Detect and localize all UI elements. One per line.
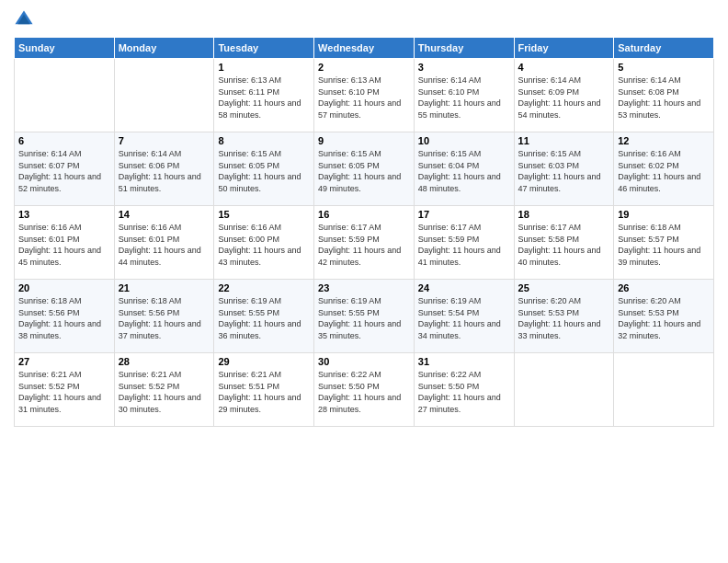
calendar-week-row: 27Sunrise: 6:21 AM Sunset: 5:52 PM Dayli… bbox=[15, 353, 714, 427]
cell-info: Sunrise: 6:18 AM Sunset: 5:56 PM Dayligh… bbox=[18, 295, 110, 341]
weekday-header: Tuesday bbox=[214, 38, 314, 59]
cell-info: Sunrise: 6:14 AM Sunset: 6:08 PM Dayligh… bbox=[618, 75, 710, 121]
calendar-week-row: 1Sunrise: 6:13 AM Sunset: 6:11 PM Daylig… bbox=[15, 59, 714, 132]
day-number: 18 bbox=[518, 209, 610, 220]
day-number: 10 bbox=[418, 135, 510, 146]
calendar-cell: 29Sunrise: 6:21 AM Sunset: 5:51 PM Dayli… bbox=[214, 353, 314, 427]
logo-icon bbox=[14, 9, 34, 29]
calendar-cell: 9Sunrise: 6:15 AM Sunset: 6:05 PM Daylig… bbox=[314, 132, 415, 206]
day-number: 30 bbox=[318, 356, 410, 367]
calendar-cell: 24Sunrise: 6:19 AM Sunset: 5:54 PM Dayli… bbox=[414, 280, 514, 353]
cell-info: Sunrise: 6:21 AM Sunset: 5:52 PM Dayligh… bbox=[18, 369, 110, 415]
day-number: 8 bbox=[218, 135, 310, 146]
calendar-cell: 22Sunrise: 6:19 AM Sunset: 5:55 PM Dayli… bbox=[214, 280, 314, 353]
calendar-week-row: 13Sunrise: 6:16 AM Sunset: 6:01 PM Dayli… bbox=[15, 206, 714, 280]
cell-info: Sunrise: 6:15 AM Sunset: 6:05 PM Dayligh… bbox=[218, 148, 310, 194]
calendar-week-row: 20Sunrise: 6:18 AM Sunset: 5:56 PM Dayli… bbox=[15, 280, 714, 353]
calendar-cell: 26Sunrise: 6:20 AM Sunset: 5:53 PM Dayli… bbox=[614, 280, 714, 353]
day-number: 22 bbox=[218, 282, 310, 293]
cell-info: Sunrise: 6:13 AM Sunset: 6:11 PM Dayligh… bbox=[218, 75, 310, 121]
day-number: 11 bbox=[518, 135, 610, 146]
cell-info: Sunrise: 6:21 AM Sunset: 5:52 PM Dayligh… bbox=[119, 369, 210, 415]
day-number: 4 bbox=[518, 62, 610, 73]
day-number: 13 bbox=[18, 209, 110, 220]
day-number: 21 bbox=[119, 282, 210, 293]
day-number: 16 bbox=[318, 209, 410, 220]
cell-info: Sunrise: 6:19 AM Sunset: 5:54 PM Dayligh… bbox=[418, 295, 510, 341]
cell-info: Sunrise: 6:15 AM Sunset: 6:03 PM Dayligh… bbox=[518, 148, 610, 194]
cell-info: Sunrise: 6:18 AM Sunset: 5:57 PM Dayligh… bbox=[618, 222, 710, 268]
calendar-cell: 31Sunrise: 6:22 AM Sunset: 5:50 PM Dayli… bbox=[414, 353, 514, 427]
weekday-header: Saturday bbox=[614, 38, 714, 59]
day-number: 12 bbox=[618, 135, 710, 146]
day-number: 27 bbox=[18, 356, 110, 367]
cell-info: Sunrise: 6:21 AM Sunset: 5:51 PM Dayligh… bbox=[218, 369, 310, 415]
cell-info: Sunrise: 6:14 AM Sunset: 6:10 PM Dayligh… bbox=[418, 75, 510, 121]
calendar-cell: 8Sunrise: 6:15 AM Sunset: 6:05 PM Daylig… bbox=[214, 132, 314, 206]
calendar-cell: 12Sunrise: 6:16 AM Sunset: 6:02 PM Dayli… bbox=[614, 132, 714, 206]
cell-info: Sunrise: 6:17 AM Sunset: 5:58 PM Dayligh… bbox=[518, 222, 610, 268]
day-number: 3 bbox=[418, 62, 510, 73]
calendar-cell: 5Sunrise: 6:14 AM Sunset: 6:08 PM Daylig… bbox=[614, 59, 714, 132]
cell-info: Sunrise: 6:17 AM Sunset: 5:59 PM Dayligh… bbox=[418, 222, 510, 268]
calendar-cell: 10Sunrise: 6:15 AM Sunset: 6:04 PM Dayli… bbox=[414, 132, 514, 206]
calendar-cell: 15Sunrise: 6:16 AM Sunset: 6:00 PM Dayli… bbox=[214, 206, 314, 280]
cell-info: Sunrise: 6:17 AM Sunset: 5:59 PM Dayligh… bbox=[318, 222, 410, 268]
calendar-cell bbox=[114, 59, 214, 132]
day-number: 20 bbox=[18, 282, 110, 293]
cell-info: Sunrise: 6:14 AM Sunset: 6:07 PM Dayligh… bbox=[18, 148, 110, 194]
day-number: 17 bbox=[418, 209, 510, 220]
cell-info: Sunrise: 6:15 AM Sunset: 6:04 PM Dayligh… bbox=[418, 148, 510, 194]
calendar-cell: 28Sunrise: 6:21 AM Sunset: 5:52 PM Dayli… bbox=[114, 353, 214, 427]
day-number: 23 bbox=[318, 282, 410, 293]
calendar-cell bbox=[614, 353, 714, 427]
calendar-cell: 11Sunrise: 6:15 AM Sunset: 6:03 PM Dayli… bbox=[514, 132, 614, 206]
day-number: 2 bbox=[318, 62, 410, 73]
calendar-cell: 18Sunrise: 6:17 AM Sunset: 5:58 PM Dayli… bbox=[514, 206, 614, 280]
calendar-cell: 21Sunrise: 6:18 AM Sunset: 5:56 PM Dayli… bbox=[114, 280, 214, 353]
calendar-cell: 2Sunrise: 6:13 AM Sunset: 6:10 PM Daylig… bbox=[314, 59, 415, 132]
day-number: 14 bbox=[119, 209, 210, 220]
calendar-cell: 16Sunrise: 6:17 AM Sunset: 5:59 PM Dayli… bbox=[314, 206, 415, 280]
weekday-header: Thursday bbox=[414, 38, 514, 59]
calendar-cell: 19Sunrise: 6:18 AM Sunset: 5:57 PM Dayli… bbox=[614, 206, 714, 280]
calendar-cell: 4Sunrise: 6:14 AM Sunset: 6:09 PM Daylig… bbox=[514, 59, 614, 132]
cell-info: Sunrise: 6:22 AM Sunset: 5:50 PM Dayligh… bbox=[318, 369, 410, 415]
day-number: 1 bbox=[218, 62, 310, 73]
page: SundayMondayTuesdayWednesdayThursdayFrid… bbox=[0, 0, 728, 563]
day-number: 5 bbox=[618, 62, 710, 73]
calendar-cell: 13Sunrise: 6:16 AM Sunset: 6:01 PM Dayli… bbox=[15, 206, 115, 280]
weekday-header: Wednesday bbox=[314, 38, 415, 59]
weekday-header: Friday bbox=[514, 38, 614, 59]
calendar-cell: 27Sunrise: 6:21 AM Sunset: 5:52 PM Dayli… bbox=[15, 353, 115, 427]
day-number: 29 bbox=[218, 356, 310, 367]
calendar-week-row: 6Sunrise: 6:14 AM Sunset: 6:07 PM Daylig… bbox=[15, 132, 714, 206]
cell-info: Sunrise: 6:16 AM Sunset: 6:01 PM Dayligh… bbox=[119, 222, 210, 268]
cell-info: Sunrise: 6:22 AM Sunset: 5:50 PM Dayligh… bbox=[418, 369, 510, 415]
day-number: 9 bbox=[318, 135, 410, 146]
calendar-cell: 23Sunrise: 6:19 AM Sunset: 5:55 PM Dayli… bbox=[314, 280, 415, 353]
calendar-cell: 30Sunrise: 6:22 AM Sunset: 5:50 PM Dayli… bbox=[314, 353, 415, 427]
calendar-cell: 7Sunrise: 6:14 AM Sunset: 6:06 PM Daylig… bbox=[114, 132, 214, 206]
cell-info: Sunrise: 6:16 AM Sunset: 6:01 PM Dayligh… bbox=[18, 222, 110, 268]
calendar-cell: 3Sunrise: 6:14 AM Sunset: 6:10 PM Daylig… bbox=[414, 59, 514, 132]
calendar-cell bbox=[15, 59, 115, 132]
cell-info: Sunrise: 6:18 AM Sunset: 5:56 PM Dayligh… bbox=[119, 295, 210, 341]
cell-info: Sunrise: 6:19 AM Sunset: 5:55 PM Dayligh… bbox=[318, 295, 410, 341]
calendar-cell: 20Sunrise: 6:18 AM Sunset: 5:56 PM Dayli… bbox=[15, 280, 115, 353]
cell-info: Sunrise: 6:16 AM Sunset: 6:00 PM Dayligh… bbox=[218, 222, 310, 268]
weekday-header: Sunday bbox=[15, 38, 115, 59]
cell-info: Sunrise: 6:15 AM Sunset: 6:05 PM Dayligh… bbox=[318, 148, 410, 194]
day-number: 26 bbox=[618, 282, 710, 293]
cell-info: Sunrise: 6:19 AM Sunset: 5:55 PM Dayligh… bbox=[218, 295, 310, 341]
calendar-cell: 17Sunrise: 6:17 AM Sunset: 5:59 PM Dayli… bbox=[414, 206, 514, 280]
calendar-cell bbox=[514, 353, 614, 427]
day-number: 24 bbox=[418, 282, 510, 293]
cell-info: Sunrise: 6:16 AM Sunset: 6:02 PM Dayligh… bbox=[618, 148, 710, 194]
cell-info: Sunrise: 6:20 AM Sunset: 5:53 PM Dayligh… bbox=[518, 295, 610, 341]
cell-info: Sunrise: 6:13 AM Sunset: 6:10 PM Dayligh… bbox=[318, 75, 410, 121]
logo bbox=[14, 9, 36, 29]
day-number: 15 bbox=[218, 209, 310, 220]
header bbox=[14, 9, 714, 29]
weekday-header: Monday bbox=[114, 38, 214, 59]
